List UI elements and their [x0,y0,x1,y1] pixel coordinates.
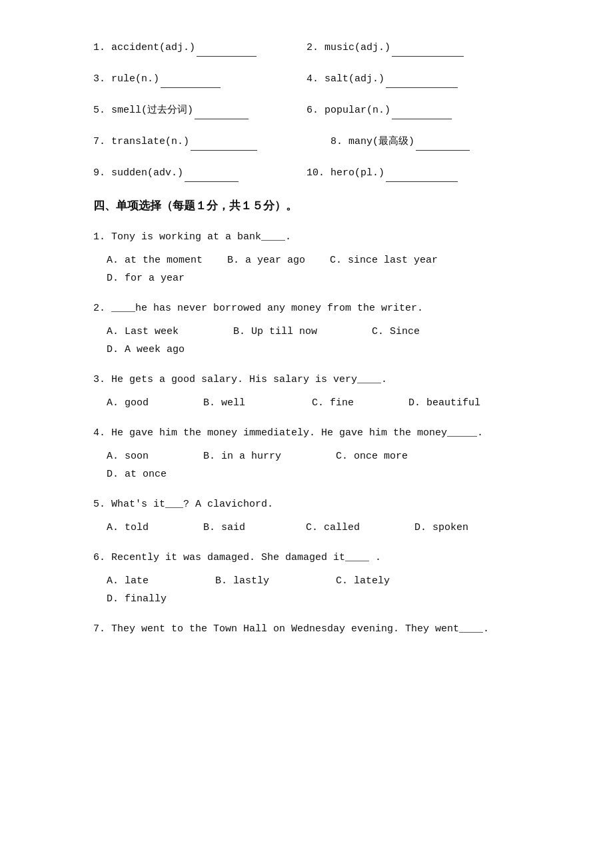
blank-10 [386,165,458,182]
mc-option-3b: B. well [203,397,245,409]
word-num-9: 9. sudden(adv.) [93,167,183,179]
word-num-3: 3. rule(n.) [93,73,159,85]
mc-question-text-6: 6. Recently it was damaged. She damaged … [93,549,520,567]
mc-option-5b: B. said [203,522,245,533]
mc-question-text-2: 2. ____he has never borrowed any money f… [93,299,520,317]
word-item-5: 5. smell(过去分词) [93,103,306,119]
word-num-2: 2. music(adj.) [306,42,390,53]
word-item-1: 1. accident(adj.) [93,40,306,57]
mc-section-title: 四、单项选择（每题１分，共１５分）。 [93,197,520,215]
word-item-9: 9. sudden(adv.) [93,165,306,182]
word-num-10: 10. hero(pl.) [306,167,384,179]
word-row-5: 9. sudden(adv.) 10. hero(pl.) [93,165,520,182]
word-row-3: 5. smell(过去分词) 6. popular(n.) [93,103,520,119]
mc-question-text-7: 7. They went to the Town Hall on Wednesd… [93,620,520,638]
mc-option-5c: C. called [306,522,360,533]
mc-options-2: A. Last week B. Up till now C. Since D. … [93,323,520,359]
mc-question-4: 4. He gave him the money immediately. He… [93,424,520,483]
blank-6 [392,103,452,119]
blank-7 [191,134,257,151]
mc-options-1: A. at the moment B. a year ago C. since … [93,251,520,287]
mc-question-text-3: 3. He gets a good salary. His salary is … [93,371,520,389]
mc-option-4b: B. in a hurry [203,451,281,462]
blank-8 [416,134,470,151]
mc-option-5d: D. spoken [414,522,468,533]
word-item-6: 6. popular(n.) [306,103,520,119]
mc-option-2c: C. Since [372,326,420,337]
word-row-1: 1. accident(adj.) 2. music(adj.) [93,40,520,57]
mc-question-text-1: 1. Tony is working at a bank____. [93,228,520,246]
word-item-7: 7. translate(n.) [93,134,306,151]
word-num-7: 7. translate(n.) [93,136,189,147]
mc-option-1b: B. a year ago [227,255,305,266]
mc-question-5: 5. What's it___? A clavichord. A. told B… [93,495,520,537]
mc-option-3c: C. fine [312,397,354,409]
mc-question-text-4: 4. He gave him the money immediately. He… [93,424,520,442]
mc-question-3: 3. He gets a good salary. His salary is … [93,371,520,412]
mc-question-2: 2. ____he has never borrowed any money f… [93,299,520,359]
mc-question-text-5: 5. What's it___? A clavichord. [93,495,520,513]
mc-option-6a: A. late [107,575,149,587]
mc-options-5: A. told B. said C. called D. spoken [93,519,520,537]
mc-section: 四、单项选择（每题１分，共１５分）。 1. Tony is working at… [93,197,520,638]
mc-option-2d: D. A week ago [107,344,185,355]
mc-option-6c: C. lately [336,575,390,587]
word-row-2: 3. rule(n.) 4. salt(adj.) [93,71,520,88]
mc-option-4c: C. once more [336,451,408,462]
word-num-1: 1. accident(adj.) [93,42,195,53]
mc-option-3d: D. beautiful [408,397,480,409]
mc-question-6: 6. Recently it was damaged. She damaged … [93,549,520,608]
mc-option-1d: D. for a year [107,273,185,284]
mc-options-3: A. good B. well C. fine D. beautiful [93,394,520,412]
blank-9 [185,165,239,182]
mc-options-6: A. late B. lastly C. lately D. finally [93,572,520,608]
mc-option-5a: A. told [107,522,149,533]
word-num-5: 5. smell(过去分词) [93,105,193,116]
mc-option-1a: A. at the moment [107,255,203,266]
word-item-8: 8. many(最高级) [306,134,520,151]
word-transform-section: 1. accident(adj.) 2. music(adj.) 3. rule… [93,40,520,182]
mc-question-7: 7. They went to the Town Hall on Wednesd… [93,620,520,638]
mc-option-6b: B. lastly [215,575,269,587]
word-row-4: 7. translate(n.) 8. many(最高级) [93,134,520,151]
word-num-6: 6. popular(n.) [306,105,390,116]
word-num-4: 4. salt(adj.) [306,73,384,85]
mc-question-1: 1. Tony is working at a bank____. A. at … [93,228,520,287]
blank-4 [386,71,458,88]
mc-option-2b: B. Up till now [233,326,317,337]
mc-option-2a: A. Last week [107,326,179,337]
blank-5 [195,103,249,119]
blank-2 [392,40,464,57]
word-item-10: 10. hero(pl.) [306,165,520,182]
word-item-3: 3. rule(n.) [93,71,306,88]
mc-options-4: A. soon B. in a hurry C. once more D. at… [93,447,520,483]
mc-option-6d: D. finally [107,593,167,605]
word-item-2: 2. music(adj.) [306,40,520,57]
word-item-4: 4. salt(adj.) [306,71,520,88]
mc-option-3a: A. good [107,397,149,409]
mc-option-4d: D. at once [107,469,167,480]
blank-1 [197,40,257,57]
mc-option-1c: C. since last year [330,255,438,266]
mc-option-4a: A. soon [107,451,149,462]
blank-3 [161,71,221,88]
word-num-8: 8. many(最高级) [330,136,414,147]
